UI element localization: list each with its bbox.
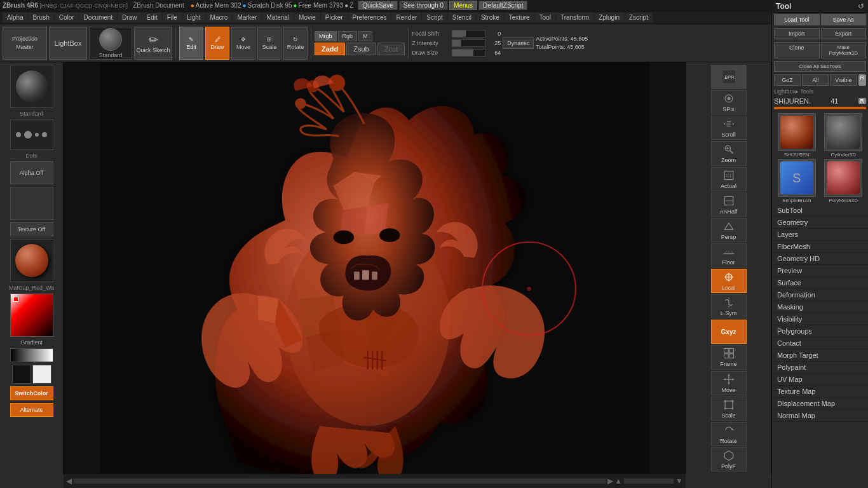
tab-alpha[interactable]: Alpha: [3, 13, 28, 22]
lightbox-button[interactable]: LightBox: [49, 27, 87, 60]
menu-contact[interactable]: Contact: [772, 337, 868, 349]
visible-button[interactable]: Visible: [830, 74, 857, 86]
canvas-area[interactable]: [64, 62, 686, 474]
switch-color-button[interactable]: SwitchColor: [10, 386, 53, 400]
tool-thumb-cylinder3d[interactable]: Cylinder3D: [821, 113, 867, 158]
menu-polypaint[interactable]: Polypaint: [772, 362, 868, 374]
alpha-off-button[interactable]: Alpha Off: [10, 161, 53, 184]
clone-button[interactable]: Clone: [774, 42, 820, 58]
tab-document[interactable]: Document: [79, 13, 118, 22]
see-through-button[interactable]: See-through 0: [399, 1, 448, 10]
gxyz-button[interactable]: Gxyz: [711, 320, 747, 344]
persp-button[interactable]: Persp: [711, 218, 747, 242]
default-script-button[interactable]: DefaultZScript: [478, 1, 527, 10]
make-polymesh-button[interactable]: Make PolyMesh3D: [821, 42, 867, 58]
gradient-preview[interactable]: [10, 348, 53, 362]
import-button[interactable]: Import: [774, 28, 820, 39]
tab-zscript[interactable]: Zscript: [625, 13, 653, 22]
mrgb-button[interactable]: Mrgb: [315, 31, 337, 41]
all-button[interactable]: All: [802, 74, 829, 86]
menu-preview[interactable]: Preview: [772, 265, 868, 277]
tab-draw[interactable]: Draw: [118, 13, 141, 22]
bpr-button[interactable]: BPR: [711, 65, 747, 89]
menu-surface[interactable]: Surface: [772, 277, 868, 289]
tab-preferences[interactable]: Preferences: [348, 13, 391, 22]
lsym-button[interactable]: L.Sym: [711, 294, 747, 318]
color-picker[interactable]: [10, 294, 53, 337]
black-swatch[interactable]: [12, 365, 31, 384]
draw-size-slider[interactable]: [452, 49, 486, 57]
menu-geometry[interactable]: Geometry: [772, 217, 868, 229]
goz-button[interactable]: GoZ: [774, 74, 801, 86]
save-as-button[interactable]: Save As: [821, 14, 867, 25]
horizontal-scrollbar[interactable]: [73, 478, 606, 484]
right-move-button[interactable]: Move: [711, 371, 747, 395]
projection-master-button[interactable]: Projection Master: [3, 27, 47, 60]
shijuren-slider[interactable]: [774, 107, 866, 109]
menu-uv-map[interactable]: UV Map: [772, 374, 868, 386]
menu-subtool[interactable]: SubTool: [772, 205, 868, 217]
menu-geometry-hd[interactable]: Geometry HD: [772, 253, 868, 265]
tab-render[interactable]: Render: [391, 13, 421, 22]
zsub-button[interactable]: Zsub: [346, 43, 376, 55]
tab-color[interactable]: Color: [55, 13, 79, 22]
tab-tool[interactable]: Tool: [535, 13, 555, 22]
tool-panel-refresh-icon[interactable]: ↺: [858, 2, 864, 11]
tab-texture[interactable]: Texture: [505, 13, 534, 22]
menu-displacement-map[interactable]: Displacement Map: [772, 398, 868, 410]
export-button[interactable]: Export: [821, 28, 867, 39]
dots-preview[interactable]: [10, 119, 53, 150]
tab-brush[interactable]: Brush: [29, 13, 54, 22]
draw-button[interactable]: 🖉 Draw: [205, 27, 229, 60]
menu-deformation[interactable]: Deformation: [772, 289, 868, 301]
frame-button[interactable]: Frame: [711, 345, 747, 369]
zcut-button[interactable]: Zcut: [377, 43, 405, 55]
floor-button[interactable]: Floor: [711, 243, 747, 268]
clone-all-subtools-button[interactable]: Clone All SubTools: [774, 61, 866, 72]
polyf-button[interactable]: PolyF: [711, 447, 747, 471]
tab-edit[interactable]: Edit: [142, 13, 162, 22]
spix-button[interactable]: SPix: [711, 90, 747, 114]
alternate-button[interactable]: Alternate: [10, 403, 53, 417]
tool-thumb-simplebrush[interactable]: S SimpleBrush: [774, 159, 820, 203]
tab-transform[interactable]: Transform: [556, 13, 593, 22]
alpha-preview[interactable]: [10, 65, 53, 108]
texture-off-button[interactable]: Texture Off: [10, 222, 53, 236]
z-intensity-slider[interactable]: [452, 39, 486, 47]
menus-button[interactable]: Menus: [449, 1, 477, 10]
tool-thumb-polymesh3d[interactable]: PolyMesh3D: [821, 159, 867, 203]
brush-preview[interactable]: Standard: [89, 27, 132, 60]
menu-polygroups[interactable]: Polygroups: [772, 325, 868, 337]
zadd-button[interactable]: Zadd: [315, 43, 345, 55]
tab-macro[interactable]: Macro: [206, 13, 233, 22]
dynamic-button[interactable]: Dynamic: [503, 37, 534, 49]
move-button[interactable]: ✥ Move: [231, 27, 255, 60]
edit-button[interactable]: ✎ Edit: [179, 27, 203, 60]
right-scale-button[interactable]: Scale: [711, 396, 747, 421]
tab-stroke[interactable]: Stroke: [477, 13, 504, 22]
m-button[interactable]: M: [358, 31, 372, 41]
white-swatch[interactable]: [32, 365, 51, 384]
load-tool-button[interactable]: Load Tool: [774, 14, 820, 25]
material-preview[interactable]: [10, 239, 53, 282]
tab-file[interactable]: File: [163, 13, 182, 22]
actual-button[interactable]: 1:1 Actual: [711, 167, 747, 191]
tab-marker[interactable]: Marker: [233, 13, 261, 22]
scale-button[interactable]: ⊞ Scale: [257, 27, 281, 60]
local-button[interactable]: Local: [711, 269, 747, 293]
aahalf-button[interactable]: AAHalf: [711, 193, 747, 217]
quick-sketch-button[interactable]: ✏ Quick Sketch: [134, 27, 172, 60]
menu-morph-target[interactable]: Morph Target: [772, 349, 868, 362]
scroll-right-arrow[interactable]: ▶: [607, 477, 613, 485]
texture-preview[interactable]: [10, 187, 53, 220]
scroll-down-arrow[interactable]: ▼: [675, 477, 683, 485]
tab-stencil[interactable]: Stencil: [448, 13, 476, 22]
tab-script[interactable]: Script: [422, 13, 447, 22]
rgb-button[interactable]: Rgb: [338, 31, 358, 41]
scroll-up-arrow[interactable]: ▲: [614, 477, 622, 485]
tab-movie[interactable]: Movie: [294, 13, 320, 22]
menu-masking[interactable]: Masking: [772, 301, 868, 313]
menu-fibermesh[interactable]: FiberMesh: [772, 241, 868, 253]
tab-picker[interactable]: Picker: [321, 13, 348, 22]
tool-thumb-shijuren[interactable]: SHIJUREN: [774, 113, 820, 158]
